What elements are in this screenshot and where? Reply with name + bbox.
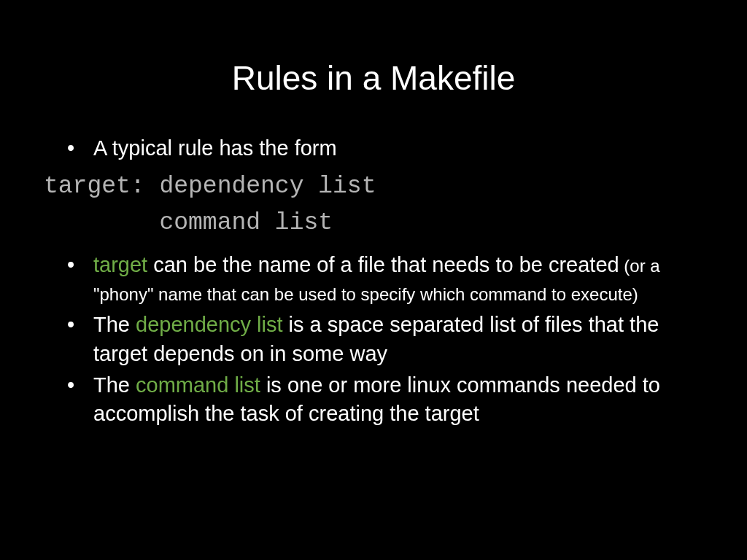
- bullet-item-4: • The command list is one or more linux …: [44, 371, 703, 428]
- bullet-item-2: • target can be the name of a file that …: [44, 251, 703, 308]
- code-line-1: target: dependency list: [44, 173, 376, 200]
- highlight-command: command list: [136, 373, 260, 397]
- code-line-2: command list: [44, 209, 333, 236]
- bullet-marker: •: [67, 371, 93, 428]
- bullet-text: The command list is one or more linux co…: [93, 371, 703, 428]
- bullet-marker: •: [67, 311, 93, 368]
- bullet-item-3: • The dependency list is a space separat…: [44, 311, 703, 368]
- slide-container: Rules in a Makefile • A typical rule has…: [0, 0, 747, 560]
- highlight-dependency: dependency list: [136, 313, 283, 336]
- bullet-text: The dependency list is a space separated…: [93, 311, 703, 368]
- text-part: can be the name of a file that needs to …: [147, 253, 619, 276]
- slide-title: Rules in a Makefile: [44, 58, 703, 98]
- bullet-text: A typical rule has the form: [93, 134, 703, 163]
- text-prefix: The: [93, 313, 136, 336]
- bullet-text: target can be the name of a file that ne…: [93, 251, 703, 308]
- highlight-target: target: [93, 253, 147, 276]
- code-block: target: dependency list command list: [44, 168, 703, 241]
- slide-content: • A typical rule has the form target: de…: [44, 134, 703, 428]
- bullet-item-1: • A typical rule has the form: [44, 134, 703, 163]
- bullet-marker: •: [67, 134, 93, 163]
- text-prefix: The: [93, 373, 136, 397]
- bullet-marker: •: [67, 251, 93, 308]
